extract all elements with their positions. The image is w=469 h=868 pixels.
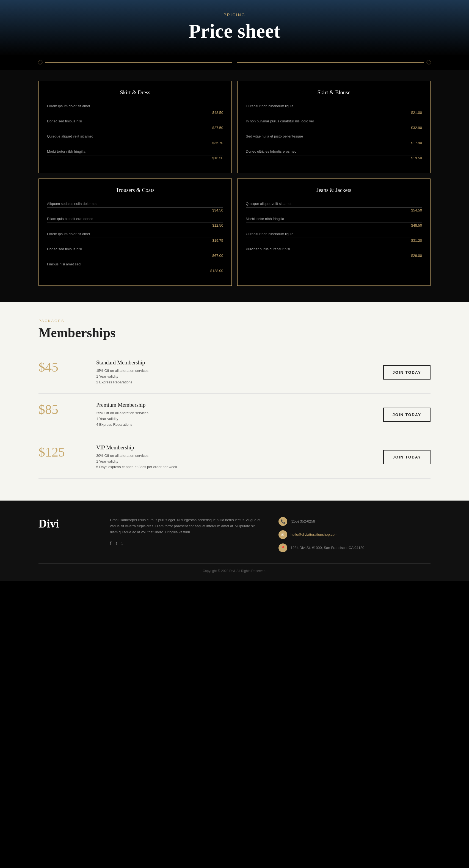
membership-price: $85 [38, 402, 88, 417]
pricing-item-divider [47, 140, 223, 140]
pricing-item-price: $35.70 [47, 141, 223, 145]
twitter-icon[interactable]: t [116, 541, 117, 546]
membership-feature: 15% Off on all alteration services [96, 368, 375, 374]
membership-row: $45 Standard Membership 15% Off on all a… [38, 351, 431, 394]
membership-feature: 5 Days express capped at 3pcs per order … [96, 464, 375, 470]
pricing-item-name: Donec sed finibus nisi [47, 247, 223, 251]
pricing-item-name: Morbi tortor nibh fringilla [246, 217, 422, 221]
membership-feature: 2 Express Reparations [96, 379, 375, 385]
pricing-item-divider [246, 253, 422, 253]
pricing-item-name: Finibus nisi amet sed [47, 262, 223, 266]
membership-info: VIP Membership 30% Off on all alteration… [88, 444, 383, 470]
email-link[interactable]: hello@diviatterationshop.com [290, 532, 338, 536]
divider-line-right [237, 62, 424, 63]
pricing-item: Aliquam sodales nulla dolor sed $34.50 [47, 202, 223, 212]
pricing-card: Trousers & Coats Aliquam sodales nulla d… [38, 179, 232, 286]
membership-feature: 30% Off on all alteration services [96, 453, 375, 459]
pricing-card-title: Skirt & Dress [47, 89, 223, 96]
contact-item: ✉ hello@diviatterationshop.com [279, 530, 431, 539]
membership-price: $45 [38, 360, 88, 375]
contact-text: 1234 Divi St. #1000, San Francisco, CA 9… [290, 545, 364, 551]
pricing-section: Skirt & Dress Lorem ipsum dolor sit amet… [0, 70, 469, 302]
footer-social: f t i [110, 541, 262, 546]
join-today-button[interactable]: JOIN TODAY [383, 450, 431, 464]
pricing-item: Morbi tortor nibh fringilla $16.50 [47, 149, 223, 160]
pricing-card-title: Jeans & Jackets [246, 187, 422, 193]
contact-text: (255) 352-6258 [290, 519, 315, 524]
pricing-card: Skirt & Dress Lorem ipsum dolor sit amet… [38, 81, 232, 173]
contact-icon: ✉ [279, 530, 287, 539]
pricing-item-divider [47, 207, 223, 208]
pricing-item-divider [47, 222, 223, 223]
pricing-item-name: In non pulvinar purus curabitur nisi odi… [246, 119, 422, 123]
pricing-grid: Skirt & Dress Lorem ipsum dolor sit amet… [38, 81, 431, 286]
facebook-icon[interactable]: f [110, 541, 111, 546]
instagram-icon[interactable]: i [122, 541, 123, 546]
pricing-item-price: $19.75 [47, 239, 223, 243]
pricing-item-name: Donec ultricies lobortis eros nec [246, 149, 422, 153]
hero-label: PRICING [223, 13, 245, 17]
pricing-item-divider [47, 155, 223, 155]
hero-section: PRICING Price sheet [0, 0, 469, 55]
pricing-item-price: $48.50 [246, 223, 422, 227]
contact-icon: 📞 [279, 517, 287, 526]
membership-name: VIP Membership [96, 444, 375, 451]
pricing-item: In non pulvinar purus curabitur nisi odi… [246, 119, 422, 130]
footer-text-col: Cras ullamcorper risus cursus purus eget… [110, 517, 262, 552]
footer-logo-col: Divi [38, 517, 93, 552]
pricing-item-price: $31.20 [246, 239, 422, 243]
membership-feature: 1 Year validity [96, 374, 375, 379]
contact-text: hello@diviatterationshop.com [290, 532, 338, 537]
footer: Divi Cras ullamcorper risus cursus purus… [0, 501, 469, 581]
pricing-item-name: Morbi tortor nibh fringilla [47, 149, 223, 153]
pricing-item-price: $17.90 [246, 141, 422, 145]
pricing-item-price: $34.50 [47, 208, 223, 212]
pricing-item-price: $19.50 [246, 156, 422, 160]
pricing-card: Skirt & Blouse Curabitur non bibendum li… [237, 81, 431, 173]
pricing-item-price: $32.90 [246, 126, 422, 130]
pricing-item-name: Donec sed finibus nisi [47, 119, 223, 123]
membership-feature: 4 Express Reparations [96, 422, 375, 428]
membership-name: Premium Membership [96, 402, 375, 408]
memberships-title: Memberships [38, 325, 431, 340]
pricing-item-price: $29.00 [246, 254, 422, 258]
pricing-card-title: Skirt & Blouse [246, 89, 422, 96]
pricing-item-name: Pulvinar purus curabitur nisi [246, 247, 422, 251]
membership-row: $85 Premium Membership 25% Off on all al… [38, 394, 431, 436]
pricing-item-divider [47, 238, 223, 238]
pricing-item-price: $67.00 [47, 254, 223, 258]
pricing-item-name: Aliquam sodales nulla dolor sed [47, 202, 223, 206]
memberships-section: PACKAGES Memberships $45 Standard Member… [0, 302, 469, 501]
pricing-card: Jeans & Jackets Quisque aliquet velit si… [237, 179, 431, 286]
pricing-item-name: Curabitur non bibendum ligula [246, 104, 422, 108]
pricing-item: Donec sed finibus nisi $67.00 [47, 247, 223, 258]
membership-feature: 1 Year validity [96, 416, 375, 422]
contact-item: 📞 (255) 352-6258 [279, 517, 431, 526]
footer-copyright: Copyright © 2023 Divi. All Rights Reserv… [38, 569, 431, 573]
pricing-item: Lorem ipsum dolor sit amet $48.50 [47, 104, 223, 115]
membership-price: $125 [38, 444, 88, 460]
pricing-item-name: Curabitur non bibendum ligula [246, 232, 422, 236]
pricing-item: Finibus nisi amet sed $128.00 [47, 262, 223, 273]
membership-row: $125 VIP Membership 30% Off on all alter… [38, 436, 431, 478]
join-today-button[interactable]: JOIN TODAY [383, 408, 431, 422]
pricing-item-name: Quisque aliquet velit sit amet [246, 202, 422, 206]
join-today-button[interactable]: JOIN TODAY [383, 365, 431, 379]
pricing-item-price: $128.00 [47, 269, 223, 273]
membership-feature: 1 Year validity [96, 459, 375, 465]
pricing-item-name: Lorem ipsum dolor sit amet [47, 104, 223, 108]
footer-bottom: Copyright © 2023 Divi. All Rights Reserv… [38, 563, 431, 573]
pricing-item-divider [246, 207, 422, 208]
pricing-item-divider [47, 253, 223, 253]
pricing-item-name: Etiam quis blandit erat donec [47, 217, 223, 221]
footer-content: Divi Cras ullamcorper risus cursus purus… [38, 517, 431, 552]
contact-item: 📍 1234 Divi St. #1000, San Francisco, CA… [279, 544, 431, 552]
pricing-item: Donec ultricies lobortis eros nec $19.50 [246, 149, 422, 160]
pricing-item: Donec sed finibus nisi $27.50 [47, 119, 223, 130]
pricing-item: Morbi tortor nibh fringilla $48.50 [246, 217, 422, 227]
pricing-item: Etiam quis blandit erat donec $12.50 [47, 217, 223, 227]
membership-info: Premium Membership 25% Off on all altera… [88, 402, 383, 427]
pricing-item: Sed vitae nulla et justo pellentesque $1… [246, 134, 422, 145]
pricing-item-price: $16.50 [47, 156, 223, 160]
pricing-item-price: $21.00 [246, 111, 422, 115]
